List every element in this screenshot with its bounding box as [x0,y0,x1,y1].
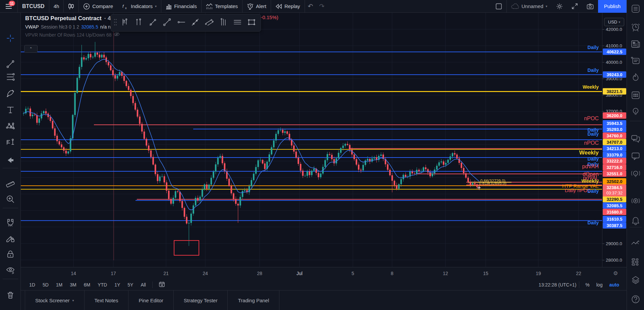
svg-text:f: f [122,4,124,9]
chart-legend: BTCUSD Perpetual Contract · 4h VWAP Sess… [25,15,120,38]
range-5y-button[interactable]: 5Y [124,282,137,287]
compare-button[interactable]: Compare [79,0,117,13]
fx-icon: fx [122,3,128,10]
auto-scale-button[interactable]: auto [606,282,623,287]
redo-button[interactable]: ↷ [316,0,328,13]
toolbar-drag-handle[interactable] [113,16,118,30]
sidebar-calendar-button[interactable] [630,90,641,101]
collapse-legend-button[interactable]: ⌃ [24,45,38,53]
time-axis[interactable]: 01417212428Jul5812151922⚙ [21,267,627,279]
snapshot-button[interactable] [582,0,598,13]
sidebar-public-chats-button[interactable] [630,134,641,145]
clock-timezone[interactable]: 13:22:28 (UTC+1) [539,282,576,287]
main-menu-button[interactable]: 11 [0,0,17,13]
settings-button[interactable] [552,0,567,13]
anchored-vwap-tool-button[interactable] [118,16,132,30]
chart-style-button[interactable] [64,0,78,13]
tab-text-notes[interactable]: Text Notes [85,291,129,310]
remove-all-tool-button[interactable] [3,289,18,303]
price-axis[interactable]: USD ▾ 42000.041000.040000.039000.038000.… [602,13,627,267]
vwap-indicator-row[interactable]: VWAP Session hlc3 0 1 2 32085.5 n/a n/a [25,24,120,30]
range-1d-button[interactable]: 1D [25,282,39,287]
financials-button[interactable]: Financials [161,0,201,13]
sidebar-idea-streams-button[interactable] [630,169,641,180]
range-1y-button[interactable]: 1Y [111,282,124,287]
zoom-in-tool-button[interactable] [3,193,18,207]
trend-line-tool-button[interactable] [3,58,18,72]
forecast-tool-button[interactable] [3,136,18,150]
symbol-search-button[interactable]: BTCUSD [18,0,49,13]
brush-tool-button[interactable] [3,87,18,101]
sidebar-private-chat-button[interactable] [630,151,641,162]
layout-select-button[interactable] [491,0,506,13]
tab-pine-editor[interactable]: Pine Editor [128,291,173,310]
sidebar-ideas-button[interactable] [630,107,641,118]
sidebar-news-button[interactable] [630,39,641,50]
time-axis-settings-icon[interactable]: ⚙ [613,270,618,276]
sidebar-pine-scripts-button[interactable] [630,238,641,249]
separator [3,168,18,168]
go-to-date-button[interactable] [155,281,169,288]
sidebar-hotlist-button[interactable] [630,73,641,84]
sidebar-notifications-button[interactable] [630,216,641,227]
range-6m-button[interactable]: 6M [80,282,94,287]
separator [630,227,642,227]
rectangle-tool-button[interactable] [245,16,259,30]
chart-pane[interactable]: DailyDailyWeeklynPOCDailyDailynPOCWeekly… [21,13,602,267]
alert-button[interactable]: Alert [243,0,271,13]
axis-tick [602,62,604,62]
horizontal-lines-tool-button[interactable] [230,16,245,30]
hide-all-tool-button[interactable] [3,264,18,277]
currency-select-button[interactable]: USD ▾ [604,18,624,26]
sidebar-watchlist-button[interactable] [630,4,641,15]
vpvr-indicator-row[interactable]: VPVR Number Of Rows 124 Up/Down 68 [25,32,120,38]
tab-stock-screener[interactable]: Stock Screener▾ [25,291,85,310]
range-5d-button[interactable]: 5D [39,282,52,287]
arrow-left-tool-button[interactable] [3,154,18,168]
text-tool-button[interactable] [3,104,18,117]
magnet-tool-button[interactable] [3,217,18,230]
fib-retracement-tool-button[interactable] [3,71,18,84]
crosshair-tool-button[interactable] [3,32,18,46]
right-sidebar [627,0,644,310]
indicators-button[interactable]: fx Indicators ▾ [117,0,161,13]
replay-button[interactable]: Replay [271,0,305,13]
legend-symbol-title[interactable]: BTCUSD Perpetual Contract [25,15,102,22]
remove-all-icon [6,291,15,301]
interval-button[interactable]: 4h [49,0,64,13]
sidebar-text-notes-button[interactable] [630,56,641,67]
cloud-layout-button[interactable]: Unnamed ▾ [507,0,552,13]
fullscreen-button[interactable] [567,0,582,13]
range-ytd-button[interactable]: YTD [94,282,111,287]
sidebar-dom-button[interactable] [630,257,641,268]
sidebar-help-button[interactable] [630,295,641,305]
tab-strategy-tester[interactable]: Strategy Tester [174,291,228,310]
log-scale-button[interactable]: log [593,282,606,287]
candlestick-chart[interactable]: DailyDailyWeeklynPOCDailyDailynPOCWeekly… [21,13,602,267]
range-1m-button[interactable]: 1M [52,282,66,287]
extended-line-tool-button[interactable] [188,16,202,30]
vertical-lines-tool-button[interactable] [216,16,230,30]
eye-hidden-icon[interactable] [114,32,120,38]
sidebar-live-streams-button[interactable] [630,196,641,207]
price-note-tool-button[interactable] [132,16,146,30]
xabcd-pattern-tool-button[interactable] [3,120,18,134]
horizontal-ray-tool-button[interactable] [174,16,188,30]
templates-button[interactable]: Templates [202,0,242,13]
tab-trading-panel[interactable]: Trading Panel [228,291,279,310]
time-tick-label: 17 [111,271,116,276]
lock-all-tool-button[interactable] [3,248,18,262]
range-all-button[interactable]: All [137,282,150,287]
trend-line-tool-button[interactable] [160,16,174,30]
drawing-mode-tool-button[interactable] [3,232,18,246]
publish-button[interactable]: Publish [598,0,627,13]
sidebar-object-tree-button[interactable] [630,276,641,286]
undo-button[interactable]: ↶ [305,0,316,13]
angle-trend-tool-button[interactable] [146,16,160,30]
sidebar-alerts-button[interactable] [630,23,641,34]
floating-drawing-toolbar[interactable] [111,14,261,32]
parallel-channel-tool-button[interactable] [202,16,216,30]
ruler-tool-button[interactable] [3,177,18,190]
range-3m-button[interactable]: 3M [66,282,80,287]
percent-scale-button[interactable]: % [582,282,593,287]
